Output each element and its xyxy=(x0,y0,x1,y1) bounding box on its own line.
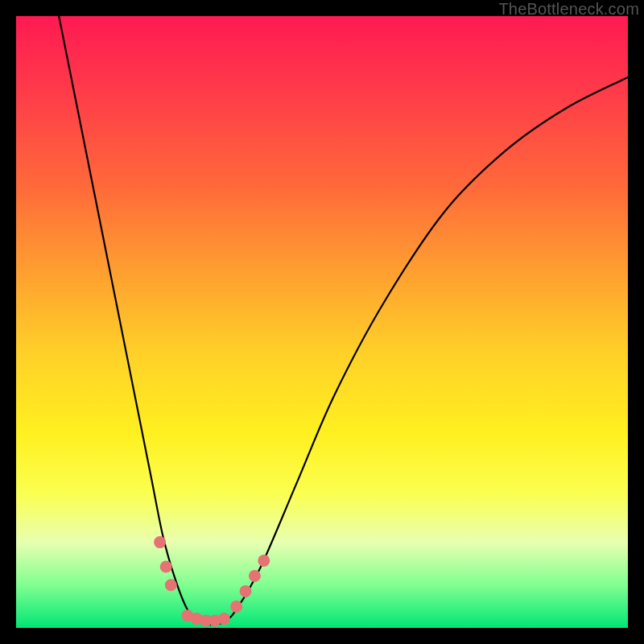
marker-dot xyxy=(218,613,230,625)
marker-dot xyxy=(230,601,242,613)
curve-markers xyxy=(154,536,270,626)
marker-dot xyxy=(165,579,177,591)
bottleneck-curve xyxy=(59,16,628,625)
marker-dot xyxy=(258,555,270,567)
marker-dot xyxy=(160,561,172,573)
plot-area xyxy=(16,16,628,628)
marker-dot xyxy=(249,570,261,582)
curve-svg xyxy=(16,16,628,628)
watermark-text: TheBottleneck.com xyxy=(498,0,639,19)
marker-dot xyxy=(240,585,252,597)
marker-dot xyxy=(154,536,166,548)
chart-frame: TheBottleneck.com xyxy=(0,0,644,644)
